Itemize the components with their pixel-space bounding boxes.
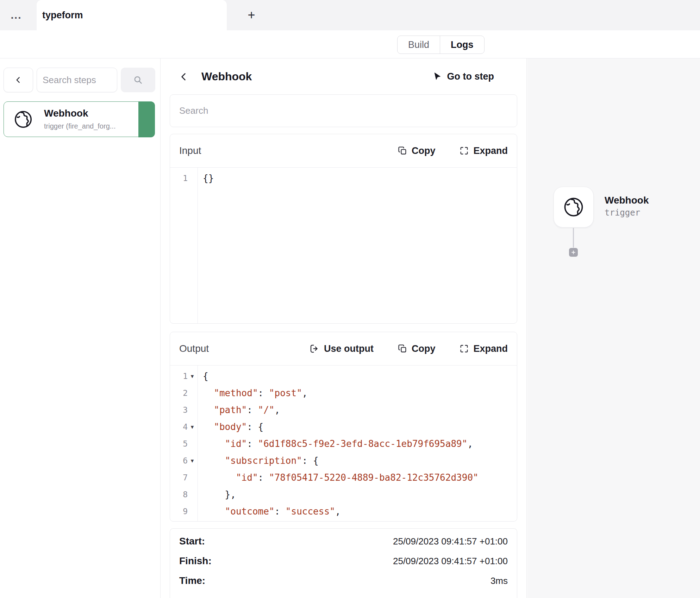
fold-arrow-icon[interactable]: ▾	[188, 373, 197, 380]
meta-row-finish: Finish: 25/09/2023 09:41:57 +01:00	[170, 551, 517, 571]
expand-label: Expand	[473, 145, 508, 156]
webhook-node-card[interactable]	[554, 187, 594, 228]
use-output-button[interactable]: Use output	[309, 343, 374, 354]
add-step-button[interactable]	[569, 248, 578, 257]
code-line: {}	[203, 170, 517, 187]
node-subtitle: trigger	[605, 208, 640, 218]
gutter-cell: 8	[170, 486, 198, 503]
go-to-step-button[interactable]: Go to step	[432, 58, 494, 94]
gutter-cell: 7	[170, 469, 198, 486]
go-to-step-label: Go to step	[447, 71, 494, 82]
output-panel-header: Output Use output Copy Expand	[170, 332, 517, 366]
copy-icon	[398, 146, 407, 156]
line-number: 4	[183, 422, 188, 431]
globe-icon	[13, 109, 33, 130]
search-icon	[133, 75, 143, 85]
detail-title: Webhook	[201, 70, 252, 83]
meta-value: 25/09/2023 09:41:57 +01:00	[393, 536, 508, 547]
line-number: 6	[183, 456, 188, 465]
node-title: Webhook	[605, 195, 649, 206]
workflow-tab-title: typeform	[42, 10, 83, 21]
detail-back-button[interactable]	[177, 70, 190, 83]
line-number-gutter: 1	[170, 168, 198, 324]
meta-value: 3ms	[490, 575, 508, 586]
workflow-canvas: Webhook trigger	[527, 58, 700, 598]
output-panel-title: Output	[179, 343, 209, 354]
gutter-cell: 2	[170, 385, 198, 401]
code-content: { "method": "post", "path": "/", "body":…	[198, 366, 517, 522]
chevron-left-icon	[14, 75, 23, 85]
input-code-editor[interactable]: 1 {}	[170, 168, 517, 324]
code-line: "subscription": {	[203, 452, 517, 469]
code-line: "id": "78f05417-5220-4889-ba82-12c35762d…	[203, 469, 517, 486]
line-number: 7	[183, 473, 188, 482]
line-number: 2	[183, 388, 188, 398]
line-number: 3	[183, 405, 188, 415]
copy-input-button[interactable]: Copy	[398, 145, 436, 156]
step-subtitle: trigger (fire_and_forg...	[44, 122, 115, 130]
detail-header: Webhook Go to step	[161, 58, 526, 94]
code-line: {	[203, 368, 517, 385]
code-content: {}	[198, 168, 517, 324]
steps-search-button[interactable]	[121, 68, 155, 92]
step-selected-bar	[138, 101, 155, 137]
line-number: 9	[183, 507, 188, 516]
meta-value: 25/09/2023 09:41:57 +01:00	[393, 556, 508, 567]
line-number: 8	[183, 490, 188, 499]
input-panel-title: Input	[179, 145, 201, 156]
input-panel: Input Copy Expand 1 {}	[170, 134, 517, 324]
copy-label: Copy	[412, 145, 436, 156]
gutter-cell: 6▾	[170, 452, 198, 469]
tab-bar: ... typeform +	[0, 0, 700, 30]
copy-label: Copy	[412, 343, 436, 354]
gutter-cell: 1	[170, 170, 198, 187]
cursor-icon	[432, 71, 442, 81]
fold-arrow-icon[interactable]: ▾	[188, 457, 197, 464]
plus-icon	[571, 250, 576, 255]
line-number-gutter: 1▾234▾56▾789	[170, 366, 198, 522]
connector-line	[573, 228, 574, 248]
expand-input-button[interactable]: Expand	[459, 145, 508, 156]
gutter-cell: 4▾	[170, 418, 198, 435]
workflow-tab[interactable]: typeform	[37, 0, 227, 30]
top-strip: Build Logs	[0, 30, 700, 58]
step-title: Webhook	[44, 108, 88, 119]
meta-row-time: Time: 3ms	[170, 571, 517, 591]
expand-output-button[interactable]: Expand	[459, 343, 508, 354]
chevron-left-icon	[178, 71, 189, 82]
code-line: "body": {	[203, 418, 517, 435]
logs-tab[interactable]: Logs	[440, 36, 484, 54]
gutter-cell: 9	[170, 503, 198, 520]
view-toggle: Build Logs	[397, 36, 485, 54]
line-number: 5	[183, 439, 188, 448]
expand-label: Expand	[473, 343, 508, 354]
input-panel-header: Input Copy Expand	[170, 134, 517, 168]
build-tab[interactable]: Build	[398, 36, 440, 54]
meta-label: Start:	[179, 536, 205, 547]
sidebar-back-button[interactable]	[4, 68, 33, 92]
line-number: 1	[183, 372, 188, 381]
copy-output-button[interactable]: Copy	[398, 343, 436, 354]
step-list-item[interactable]: Webhook trigger (fire_and_forg...	[4, 101, 155, 137]
output-panel: Output Use output Copy Expand 1	[170, 332, 517, 522]
code-line: "outcome": "success",	[203, 503, 517, 520]
detail-search-input[interactable]	[170, 94, 517, 127]
new-tab-button[interactable]: +	[241, 0, 262, 30]
output-code-editor[interactable]: 1▾234▾56▾789 { "method": "post", "path":…	[170, 366, 517, 522]
expand-icon	[459, 344, 469, 354]
steps-sidebar: Webhook trigger (fire_and_forg...	[0, 58, 161, 598]
tab-overflow-button[interactable]: ...	[5, 0, 27, 30]
line-number: 1	[183, 174, 188, 183]
code-line: "path": "/",	[203, 401, 517, 418]
use-output-label: Use output	[324, 343, 374, 354]
fold-arrow-icon[interactable]: ▾	[188, 423, 197, 430]
copy-icon	[398, 344, 407, 354]
gutter-cell: 3	[170, 401, 198, 418]
sidebar-controls	[4, 68, 155, 92]
meta-label: Time:	[179, 575, 205, 586]
globe-icon	[562, 196, 585, 218]
meta-label: Finish:	[179, 555, 212, 567]
use-output-icon	[309, 343, 320, 354]
steps-search-input[interactable]	[37, 68, 117, 92]
code-line: },	[203, 486, 517, 503]
